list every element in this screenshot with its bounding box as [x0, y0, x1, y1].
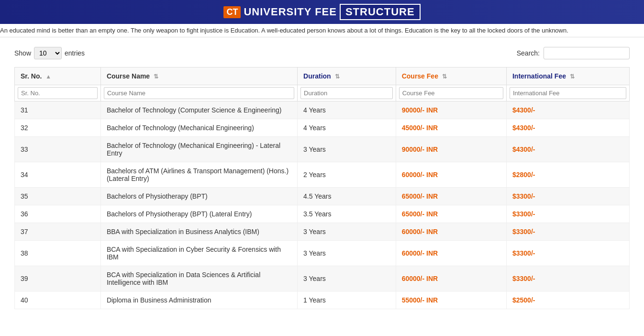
cell-duration: 4.5 Years [298, 188, 396, 205]
table-row: 37BBA with Specialization in Business An… [15, 223, 630, 241]
filter-coursefee-input[interactable] [399, 87, 503, 99]
col-header-course[interactable]: Course Name ⇅ [100, 67, 297, 85]
col-header-intlfee[interactable]: International Fee ⇅ [506, 67, 629, 85]
filter-intlfee-cell [506, 85, 629, 101]
cell-coursefee: 60000/- INR [396, 162, 506, 188]
cell-coursefee: 60000/- INR [396, 241, 506, 266]
cell-duration: 3 Years [298, 241, 396, 266]
table-row: 33Bachelor of Technology (Mechanical Eng… [15, 137, 630, 162]
cell-course: Bachelors of Physiotherapy (BPT) [100, 188, 297, 205]
filter-duration-cell [298, 85, 396, 101]
filter-row [15, 85, 630, 101]
cell-srno: 31 [15, 101, 101, 119]
sort-icon-srno: ▲ [45, 73, 51, 80]
cell-coursefee: 45000/- INR [396, 119, 506, 137]
show-label: Show [14, 49, 31, 57]
sort-icon-coursefee: ⇅ [442, 73, 447, 80]
table-header-row: Sr. No. ▲ Course Name ⇅ Duration ⇅ Cours… [15, 67, 630, 85]
table-row: 38BCA with Specialization in Cyber Secur… [15, 241, 630, 266]
cell-course: BCA with Specialization in Cyber Securit… [100, 241, 297, 266]
cell-duration: 1 Years [298, 291, 396, 309]
cell-intlfee: $2800/- [506, 162, 629, 188]
filter-course-cell [100, 85, 297, 101]
fee-structure-box: STRUCTURE [340, 4, 421, 20]
table-row: 40Diploma in Business Administration1 Ye… [15, 291, 630, 309]
cell-intlfee: $4300/- [506, 101, 629, 119]
col-header-coursefee[interactable]: Course Fee ⇅ [396, 67, 506, 85]
fee-table: Sr. No. ▲ Course Name ⇅ Duration ⇅ Cours… [14, 67, 630, 309]
search-input[interactable] [544, 47, 630, 59]
cell-coursefee: 60000/- INR [396, 266, 506, 291]
cell-intlfee: $3300/- [506, 241, 629, 266]
cell-intlfee: $4300/- [506, 137, 629, 162]
table-body: 31Bachelor of Technology (Computer Scien… [15, 101, 630, 309]
sort-icon-course: ⇅ [154, 73, 158, 80]
cell-srno: 36 [15, 205, 101, 223]
cell-coursefee: 60000/- INR [396, 223, 506, 241]
header-bar: CT UNIVERSITY FEE STRUCTURE [0, 0, 644, 24]
cell-intlfee: $3300/- [506, 223, 629, 241]
ct-logo: CT [223, 6, 241, 18]
cell-srno: 38 [15, 241, 101, 266]
cell-course: Bachelor of Technology (Mechanical Engin… [100, 137, 297, 162]
filter-coursefee-cell [396, 85, 506, 101]
university-text: UNIVERSITY FEE [244, 6, 337, 18]
cell-course: Bachelor of Technology (Mechanical Engin… [100, 119, 297, 137]
cell-duration: 3.5 Years [298, 205, 396, 223]
cell-duration: 3 Years [298, 223, 396, 241]
filter-intlfee-input[interactable] [510, 87, 626, 99]
filter-course-input[interactable] [104, 87, 294, 99]
cell-coursefee: 55000/- INR [396, 291, 506, 309]
cell-duration: 3 Years [298, 266, 396, 291]
header-title: CT UNIVERSITY FEE STRUCTURE [223, 4, 420, 20]
filter-duration-input[interactable] [300, 87, 393, 99]
cell-course: Bachelors of ATM (Airlines & Transport M… [100, 162, 297, 188]
cell-coursefee: 65000/- INR [396, 205, 506, 223]
cell-course: Bachelors of Physiotherapy (BPT) (Latera… [100, 205, 297, 223]
table-row: 36Bachelors of Physiotherapy (BPT) (Late… [15, 205, 630, 223]
cell-srno: 37 [15, 223, 101, 241]
cell-course: BCA with Specialization in Data Sciences… [100, 266, 297, 291]
search-label: Search: [517, 49, 540, 57]
entries-select[interactable]: 10 25 50 100 [34, 47, 62, 59]
controls-row: Show 10 25 50 100 entries Search: [14, 47, 630, 59]
main-content: Show 10 25 50 100 entries Search: Sr. No… [0, 37, 644, 319]
table-row: 31Bachelor of Technology (Computer Scien… [15, 101, 630, 119]
marquee-bar: An educated mind is better than an empty… [0, 24, 644, 37]
cell-srno: 33 [15, 137, 101, 162]
cell-srno: 40 [15, 291, 101, 309]
sort-icon-intlfee: ⇅ [570, 73, 575, 80]
col-header-srno[interactable]: Sr. No. ▲ [15, 67, 101, 85]
filter-srno-cell [15, 85, 101, 101]
cell-intlfee: $3300/- [506, 205, 629, 223]
cell-coursefee: 90000/- INR [396, 101, 506, 119]
cell-duration: 4 Years [298, 119, 396, 137]
cell-duration: 4 Years [298, 101, 396, 119]
cell-srno: 32 [15, 119, 101, 137]
sort-icon-duration: ⇅ [335, 73, 340, 80]
filter-srno-input[interactable] [18, 87, 98, 99]
marquee-text: An educated mind is better than an empty… [0, 27, 568, 34]
cell-srno: 34 [15, 162, 101, 188]
cell-course: BBA with Specialization in Business Anal… [100, 223, 297, 241]
cell-srno: 39 [15, 266, 101, 291]
cell-duration: 2 Years [298, 162, 396, 188]
cell-course: Bachelor of Technology (Computer Science… [100, 101, 297, 119]
cell-coursefee: 65000/- INR [396, 188, 506, 205]
table-row: 39BCA with Specialization in Data Scienc… [15, 266, 630, 291]
cell-intlfee: $2500/- [506, 291, 629, 309]
cell-intlfee: $3300/- [506, 266, 629, 291]
cell-intlfee: $3300/- [506, 188, 629, 205]
cell-course: Diploma in Business Administration [100, 291, 297, 309]
cell-duration: 3 Years [298, 137, 396, 162]
table-row: 35Bachelors of Physiotherapy (BPT)4.5 Ye… [15, 188, 630, 205]
table-row: 32Bachelor of Technology (Mechanical Eng… [15, 119, 630, 137]
cell-intlfee: $4300/- [506, 119, 629, 137]
search-box: Search: [517, 47, 630, 59]
cell-coursefee: 90000/- INR [396, 137, 506, 162]
cell-srno: 35 [15, 188, 101, 205]
entries-label: entries [65, 49, 85, 57]
show-entries: Show 10 25 50 100 entries [14, 47, 85, 59]
col-header-duration[interactable]: Duration ⇅ [298, 67, 396, 85]
table-row: 34Bachelors of ATM (Airlines & Transport… [15, 162, 630, 188]
